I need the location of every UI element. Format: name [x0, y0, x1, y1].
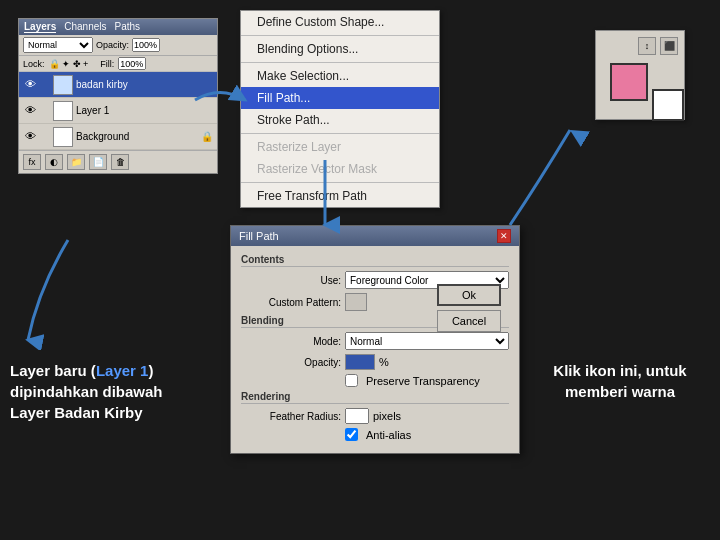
eye-icon[interactable]: 👁: [23, 78, 37, 92]
eye-icon[interactable]: 👁: [23, 104, 37, 118]
opacity-unit: %: [379, 356, 389, 368]
ok-button[interactable]: Ok: [437, 284, 501, 306]
layer-thumbnail: [53, 75, 73, 95]
right-caption: Klik ikon ini, untuk memberi warna: [540, 360, 700, 402]
default-colors-icon[interactable]: ⬛: [660, 37, 678, 55]
layer-thumbnail: [53, 101, 73, 121]
right-caption-line1: Klik ikon ini, untuk: [553, 362, 686, 379]
right-caption-line2: memberi warna: [565, 383, 675, 400]
feather-input[interactable]: 1: [345, 408, 369, 424]
menu-item-define-custom-shape[interactable]: Define Custom Shape...: [241, 11, 439, 33]
layer-row[interactable]: 👁 Layer 1: [19, 98, 217, 124]
layer-thumbnail: [53, 127, 73, 147]
dialog-title-bar: Fill Path ✕: [231, 226, 519, 246]
dialog-content-area: Ok Cancel Contents Use: Foreground Color…: [241, 254, 509, 441]
feather-row: Feather Radius: 1 pixels: [241, 408, 509, 424]
folder-button[interactable]: 📁: [67, 154, 85, 170]
fx-button[interactable]: fx: [23, 154, 41, 170]
blend-mode-select[interactable]: Normal: [23, 37, 93, 53]
rendering-section-label: Rendering: [241, 391, 509, 404]
caption-line4: Layer Badan Kirby: [10, 404, 143, 421]
arrow-right-1: [190, 80, 250, 120]
dialog-close-button[interactable]: ✕: [497, 229, 511, 243]
mode-label: Mode:: [241, 336, 341, 347]
new-layer-button[interactable]: 📄: [89, 154, 107, 170]
fill-path-dialog: Fill Path ✕ Ok Cancel Contents Use: Fore…: [230, 225, 520, 454]
menu-item-stroke-path[interactable]: Stroke Path...: [241, 109, 439, 131]
layer-label: Background: [76, 131, 198, 142]
dialog-title: Fill Path: [239, 230, 279, 242]
delete-layer-button[interactable]: 🗑: [111, 154, 129, 170]
fill-label: Fill:: [100, 59, 114, 69]
contents-section-label: Contents: [241, 254, 509, 267]
divider: [241, 35, 439, 36]
adjustment-button[interactable]: ◐: [45, 154, 63, 170]
layers-panel-title-bar: Layers Channels Paths: [19, 19, 217, 35]
eye-icon[interactable]: 👁: [23, 130, 37, 144]
color-picker-panel: ↕ ⬛: [595, 30, 685, 120]
fill-input[interactable]: [118, 57, 146, 70]
divider: [241, 133, 439, 134]
tab-layers[interactable]: Layers: [24, 21, 56, 33]
arrow-up-right: [490, 120, 590, 230]
opacity-label: Opacity:: [96, 40, 129, 50]
lock-icons: 🔒 ✦ ✤ +: [49, 59, 89, 69]
color-picker-icons: ↕ ⬛: [602, 37, 678, 55]
menu-item-make-selection[interactable]: Make Selection...: [241, 65, 439, 87]
pattern-btn[interactable]: [345, 293, 367, 311]
lock-label: Lock:: [23, 59, 45, 69]
anti-alias-checkbox[interactable]: [345, 428, 358, 441]
mode-row: Mode: Normal: [241, 332, 509, 350]
anti-alias-label: Anti-alias: [366, 429, 411, 441]
opacity-dialog-label: Opacity:: [241, 357, 341, 368]
custom-pattern-label: Custom Pattern:: [241, 297, 341, 308]
layers-panel: Layers Channels Paths Normal Opacity: Lo…: [18, 18, 218, 174]
tab-channels[interactable]: Channels: [64, 21, 106, 33]
caption-line3: dipindahkan dibawah: [10, 383, 163, 400]
layer-row[interactable]: 👁 badan kirby: [19, 72, 217, 98]
use-label: Use:: [241, 275, 341, 286]
feather-unit: pixels: [373, 410, 401, 422]
foreground-color-swatch[interactable]: [610, 63, 648, 101]
divider: [241, 62, 439, 63]
caption-highlight: Layer 1: [96, 362, 149, 379]
lock-icon: 🔒: [201, 131, 213, 142]
arrow-down-left: [8, 230, 88, 350]
fill-row: Lock: 🔒 ✦ ✤ + Fill:: [19, 56, 217, 72]
swap-colors-icon[interactable]: ↕: [638, 37, 656, 55]
menu-item-blending-options[interactable]: Blending Options...: [241, 38, 439, 60]
tab-paths[interactable]: Paths: [115, 21, 141, 33]
left-caption: Layer baru (Layer 1) dipindahkan dibawah…: [10, 360, 163, 423]
opacity-input[interactable]: [132, 38, 160, 52]
panel-bottom: fx ◐ 📁 📄 🗑: [19, 150, 217, 173]
swatch-container: [610, 63, 670, 113]
preserve-transparency-label: Preserve Transparency: [366, 375, 480, 387]
preserve-transparency-row: Preserve Transparency: [241, 374, 509, 387]
opacity-row: Opacity: 100 %: [241, 354, 509, 370]
background-color-swatch[interactable]: [652, 89, 684, 121]
feather-label: Feather Radius:: [241, 411, 341, 422]
preserve-transparency-checkbox[interactable]: [345, 374, 358, 387]
arrow-down-1: [300, 155, 350, 235]
caption-line1: Layer baru (Layer 1): [10, 362, 153, 379]
layer-row[interactable]: 👁 Background 🔒: [19, 124, 217, 150]
dialog-buttons: Ok Cancel: [437, 284, 501, 332]
mode-select[interactable]: Normal: [345, 332, 509, 350]
menu-item-fill-path[interactable]: Fill Path...: [241, 87, 439, 109]
dialog-body: Ok Cancel Contents Use: Foreground Color…: [231, 246, 519, 453]
layer-controls: Normal Opacity:: [19, 35, 217, 56]
anti-alias-row: Anti-alias: [241, 428, 509, 441]
cancel-button[interactable]: Cancel: [437, 310, 501, 332]
opacity-dialog-input[interactable]: 100: [345, 354, 375, 370]
